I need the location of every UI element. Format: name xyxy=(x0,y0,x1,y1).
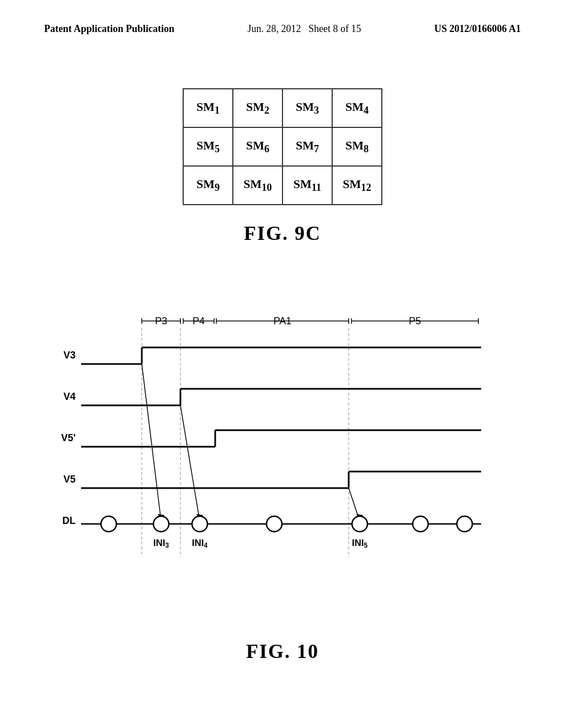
sm-grid-table: SM1 SM2 SM3 SM4 SM5 SM6 SM7 SM8 SM9 SM10… xyxy=(183,88,382,205)
header-center-text: Jun. 28, 2012 Sheet 8 of 15 xyxy=(248,22,361,36)
fig10-section: P3 P4 PA1 P5 xyxy=(45,309,520,663)
table-cell-sm3: SM3 xyxy=(282,89,332,127)
svg-point-40 xyxy=(457,516,472,532)
table-cell-sm8: SM8 xyxy=(332,127,382,166)
svg-line-27 xyxy=(142,364,161,521)
svg-point-38 xyxy=(352,516,367,532)
svg-point-35 xyxy=(153,516,169,532)
ini5-label: INI5 xyxy=(352,538,368,549)
timing-svg: P3 P4 PA1 P5 xyxy=(45,309,520,629)
page-header: Patent Application Publication Jun. 28, … xyxy=(0,22,565,36)
svg-point-39 xyxy=(413,516,428,532)
ini3-label: INI3 xyxy=(153,538,169,549)
fig9c-section: SM1 SM2 SM3 SM4 SM5 SM6 SM7 SM8 SM9 SM10… xyxy=(183,88,382,245)
header-left-text: Patent Application Publication xyxy=(44,22,174,36)
table-cell-sm9: SM9 xyxy=(183,166,233,205)
header-right-text: US 2012/0166006 A1 xyxy=(434,22,521,36)
table-cell-sm4: SM4 xyxy=(332,89,382,127)
timing-diagram: P3 P4 PA1 P5 xyxy=(45,309,520,629)
table-cell-sm7: SM7 xyxy=(282,127,332,166)
ini4-label: INI4 xyxy=(192,538,208,549)
table-cell-sm11: SM11 xyxy=(282,166,332,205)
signal-v3-label: V3 xyxy=(63,350,76,361)
table-cell-sm2: SM2 xyxy=(233,89,282,127)
table-cell-sm6: SM6 xyxy=(233,127,282,166)
table-cell-sm12: SM12 xyxy=(332,166,382,205)
svg-point-34 xyxy=(101,516,116,532)
svg-line-29 xyxy=(180,405,200,521)
table-cell-sm10: SM10 xyxy=(233,166,282,205)
table-cell-sm5: SM5 xyxy=(183,127,233,166)
signal-dl-label: DL xyxy=(62,515,76,526)
svg-point-37 xyxy=(266,516,282,532)
signal-v4-label: V4 xyxy=(63,391,76,402)
fig10-label: FIG. 10 xyxy=(45,640,520,663)
table-cell-sm1: SM1 xyxy=(183,89,233,127)
signal-v5-label: V5 xyxy=(63,474,76,485)
svg-point-36 xyxy=(192,516,207,532)
fig9c-label: FIG. 9C xyxy=(244,222,321,245)
signal-v5prime-label: V5' xyxy=(61,432,76,443)
